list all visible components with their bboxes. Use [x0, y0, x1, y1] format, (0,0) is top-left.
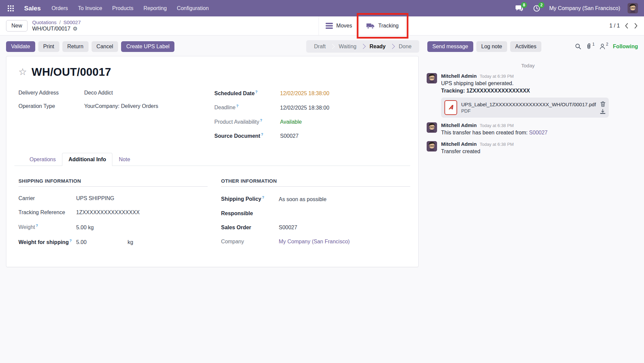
carrier-value[interactable]: UPS SHIPPING [76, 195, 114, 201]
messages-icon[interactable]: 8 [514, 3, 524, 13]
field-label: Weight? [18, 224, 76, 230]
tracking-label: Tracking [378, 23, 399, 29]
app-name[interactable]: Sales [24, 5, 41, 12]
breadcrumb: Quotations / S00027 WH/OUT/00017 ⚙ [32, 19, 81, 32]
tab-additional-info[interactable]: Additional Info [62, 153, 112, 166]
delete-attachment-icon[interactable] [600, 101, 605, 107]
message-avatar[interactable] [427, 73, 437, 83]
delivery-address-value[interactable]: Deco Addict [84, 90, 113, 96]
form-sheet: ☆ WH/OUT/00017 Delivery Address Deco Add… [6, 56, 419, 267]
field-delivery-address: Delivery Address Deco Addict [18, 90, 214, 96]
field-product-availability: Product Availability? Available [214, 118, 410, 125]
weight-for-shipping-input[interactable]: 5.00 [76, 239, 87, 245]
company-value[interactable]: My Company (San Francisco) [279, 239, 350, 245]
sales-order-value[interactable]: S00027 [279, 225, 297, 231]
field-carrier: Carrier UPS SHIPPING [18, 195, 208, 201]
field-label: Responsible [221, 210, 279, 217]
new-button[interactable]: New [6, 20, 28, 32]
followers-icon[interactable]: 2 [599, 43, 608, 50]
weight-unit: kg [127, 239, 133, 245]
field-label: Tracking Reference [18, 209, 76, 216]
activities-clock-icon[interactable]: 2 [532, 3, 542, 13]
message-author[interactable]: Mitchell Admin [441, 73, 477, 79]
record-title: WH/OUT/00017 [32, 66, 111, 78]
log-note-button[interactable]: Log note [476, 41, 507, 52]
source-document-value[interactable]: S00027 [280, 133, 299, 139]
shipping-policy-value[interactable]: As soon as possible [279, 196, 326, 202]
breadcrumb-sale-order[interactable]: S00027 [63, 19, 81, 25]
field-label: Carrier [18, 195, 76, 201]
menu-to-invoice[interactable]: To Invoice [77, 3, 103, 13]
apps-grid-icon[interactable] [6, 4, 15, 13]
create-ups-label-button[interactable]: Create UPS Label [121, 41, 174, 52]
tab-operations[interactable]: Operations [23, 153, 62, 166]
scheduled-date-value[interactable]: 12/02/2025 18:38:00 [280, 90, 329, 97]
attachment-count: 1 [592, 42, 595, 47]
gear-icon[interactable]: ⚙ [73, 25, 77, 32]
following-toggle[interactable]: Following [613, 44, 638, 50]
field-label: Delivery Address [18, 90, 84, 96]
message-text: Transfer created [441, 148, 514, 155]
search-messages-icon[interactable] [575, 43, 581, 50]
download-attachment-icon[interactable] [600, 109, 605, 114]
validate-button[interactable]: Validate [6, 41, 35, 52]
section-title: OTHER INFORMATION [221, 178, 410, 187]
message-time: Today at 6:38 PM [480, 142, 514, 147]
field-responsible: Responsible [221, 210, 410, 217]
field-label: Product Availability? [214, 118, 280, 125]
activities-button[interactable]: Activities [510, 41, 541, 52]
message-source-link[interactable]: S00027 [529, 130, 547, 135]
section-title: SHIPPING INFORMATION [18, 178, 208, 187]
help-icon: ? [260, 118, 262, 122]
moves-button[interactable]: Moves [319, 16, 359, 35]
status-done[interactable]: Done [393, 40, 417, 53]
deadline-value[interactable]: 12/02/2025 18:38:00 [280, 105, 329, 111]
breadcrumb-quotations[interactable]: Quotations [32, 19, 57, 25]
field-deadline: Deadline? 12/02/2025 18:38:00 [214, 104, 410, 111]
favorite-star-icon[interactable]: ☆ [18, 67, 27, 77]
print-button[interactable]: Print [38, 41, 59, 52]
menu-reporting[interactable]: Reporting [143, 3, 167, 13]
help-icon: ? [255, 90, 258, 94]
field-shipping-policy: Shipping Policy? As soon as possible [221, 195, 410, 202]
company-switcher[interactable]: My Company (San Francisco) [549, 5, 620, 11]
pager-previous-icon[interactable] [625, 23, 628, 29]
attachment-filename[interactable]: UPS_Label_1ZXXXXXXXXXXXXXXXX_WH/OUT/0001… [461, 102, 596, 107]
user-avatar[interactable] [628, 3, 638, 13]
menu-products[interactable]: Products [112, 3, 134, 13]
chatter: Today Mitchell Admin Today at 6:39 PM UP… [419, 56, 644, 160]
tracking-button[interactable]: Tracking [359, 16, 406, 35]
return-button[interactable]: Return [62, 41, 89, 52]
chatter-message: Mitchell Admin Today at 6:38 PM Transfer… [427, 141, 629, 155]
status-draft[interactable]: Draft [308, 40, 331, 53]
message-author[interactable]: Mitchell Admin [441, 122, 477, 128]
operation-type-value[interactable]: YourCompany: Delivery Orders [84, 103, 158, 109]
field-label: Source Document? [214, 132, 280, 139]
attachments-icon[interactable]: 1 [586, 43, 595, 50]
help-icon: ? [261, 132, 263, 136]
field-source-document: Source Document? S00027 [214, 132, 410, 139]
pager-counter: 1 / 1 [609, 23, 620, 29]
message-author[interactable]: Mitchell Admin [441, 141, 477, 147]
message-tracking-text: Tracking: 1ZXXXXXXXXXXXXXXXX [441, 87, 609, 95]
menu-orders[interactable]: Orders [51, 3, 69, 13]
message-avatar[interactable] [427, 141, 437, 152]
pager-next-icon[interactable] [634, 23, 638, 29]
menu-configuration[interactable]: Configuration [176, 3, 209, 13]
follower-count: 2 [606, 42, 608, 47]
message-text: UPS shipping label generated. [441, 80, 609, 87]
status-waiting[interactable]: Waiting [333, 40, 362, 53]
status-ready[interactable]: Ready [364, 40, 391, 53]
field-label: Deadline? [214, 104, 280, 111]
message-avatar[interactable] [427, 122, 437, 133]
field-weight-for-shipping: Weight for shipping? 5.00 kg [18, 239, 208, 245]
activities-badge: 2 [538, 2, 544, 8]
tab-note[interactable]: Note [112, 153, 137, 166]
product-availability-value: Available [280, 119, 302, 125]
cancel-button[interactable]: Cancel [92, 41, 118, 52]
attachment-card[interactable]: 𝑨 UPS_Label_1ZXXXXXXXXXXXXXXXX_WH/OUT/00… [441, 98, 609, 118]
send-message-button[interactable]: Send message [427, 41, 473, 52]
chatter-message: Mitchell Admin Today at 6:39 PM UPS ship… [427, 73, 629, 118]
message-time: Today at 6:39 PM [480, 74, 514, 79]
tracking-reference-value[interactable]: 1ZXXXXXXXXXXXXXXXX [76, 209, 140, 216]
